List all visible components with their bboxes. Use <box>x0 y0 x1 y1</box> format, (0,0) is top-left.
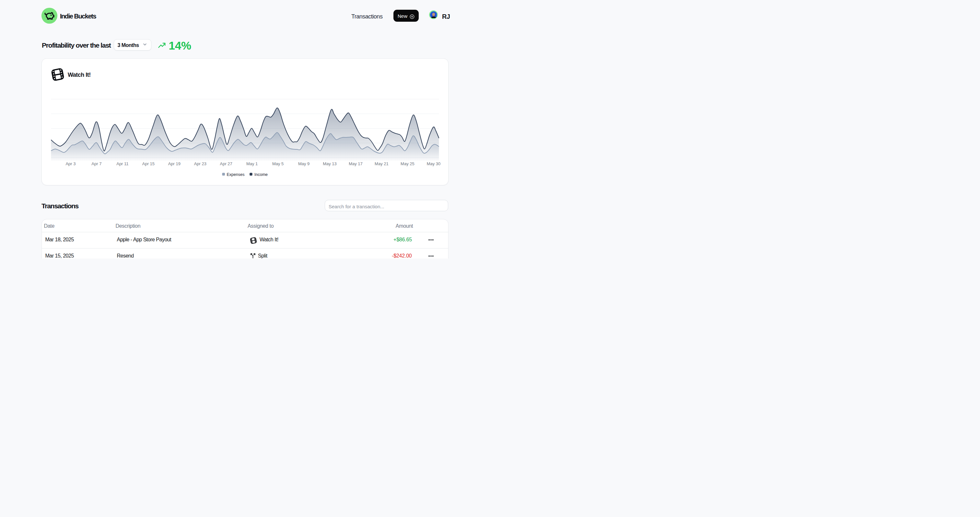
svg-text:May 25: May 25 <box>401 161 415 166</box>
svg-text:Apr 15: Apr 15 <box>142 161 154 166</box>
svg-text:May 21: May 21 <box>375 161 388 166</box>
svg-text:Apr 19: Apr 19 <box>168 161 180 166</box>
svg-text:Apr 3: Apr 3 <box>65 161 75 166</box>
svg-text:Apr 7: Apr 7 <box>91 161 102 166</box>
svg-text:May 5: May 5 <box>272 161 283 166</box>
svg-text:Income: Income <box>255 172 268 177</box>
svg-text:May 9: May 9 <box>298 161 310 166</box>
svg-text:May 17: May 17 <box>349 161 363 166</box>
svg-text:Apr 27: Apr 27 <box>220 161 232 166</box>
svg-text:May 30: May 30 <box>427 161 441 166</box>
svg-text:Expenses: Expenses <box>227 172 245 177</box>
svg-text:Apr 23: Apr 23 <box>194 161 207 166</box>
svg-text:May 1: May 1 <box>246 161 258 166</box>
svg-text:May 13: May 13 <box>323 161 337 166</box>
svg-text:Apr 11: Apr 11 <box>116 161 128 166</box>
